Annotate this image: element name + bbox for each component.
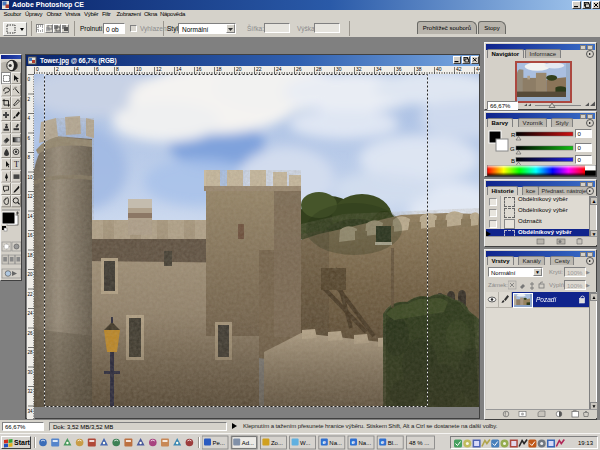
svg-text:10: 10 xyxy=(136,66,142,72)
svg-text:34: 34 xyxy=(28,409,34,414)
svg-text:Zo...: Zo... xyxy=(271,440,283,446)
svg-text:14: 14 xyxy=(176,66,182,72)
svg-text:38: 38 xyxy=(416,66,422,72)
svg-text:20: 20 xyxy=(236,66,242,72)
svg-text:Ad...: Ad... xyxy=(242,440,255,446)
svg-text:36: 36 xyxy=(396,66,402,72)
svg-text:G: G xyxy=(510,146,515,152)
svg-text:8: 8 xyxy=(116,66,119,72)
svg-text:4: 4 xyxy=(76,66,79,72)
svg-text:22: 22 xyxy=(28,292,34,297)
svg-text:12: 12 xyxy=(28,194,34,199)
svg-text:26: 26 xyxy=(28,331,34,336)
svg-text:26: 26 xyxy=(296,66,302,72)
svg-text:30: 30 xyxy=(336,66,342,72)
svg-text:28: 28 xyxy=(28,350,34,355)
svg-text:f: f xyxy=(505,411,507,417)
svg-text:Bl...: Bl... xyxy=(388,440,399,446)
svg-text:20: 20 xyxy=(28,272,34,277)
svg-text:16: 16 xyxy=(196,66,202,72)
svg-text:Pe...: Pe... xyxy=(213,440,226,446)
svg-text:30: 30 xyxy=(28,370,34,375)
svg-text:Na...: Na... xyxy=(329,440,342,446)
svg-text:R: R xyxy=(511,132,516,138)
svg-text:2: 2 xyxy=(56,66,59,72)
svg-text:B: B xyxy=(511,158,515,164)
svg-text:48 % ...: 48 % ... xyxy=(409,440,430,446)
svg-text:Na...: Na... xyxy=(359,440,372,446)
svg-text:10: 10 xyxy=(28,175,34,180)
svg-text:12: 12 xyxy=(156,66,162,72)
svg-text:18: 18 xyxy=(216,66,222,72)
svg-text:24: 24 xyxy=(276,66,282,72)
svg-text:0: 0 xyxy=(36,66,39,72)
svg-text:18: 18 xyxy=(28,253,34,258)
svg-text:T: T xyxy=(14,160,19,169)
svg-text:24: 24 xyxy=(28,311,34,316)
svg-text:22: 22 xyxy=(256,66,262,72)
svg-text:34: 34 xyxy=(376,66,382,72)
svg-text:42: 42 xyxy=(456,66,462,72)
svg-text:40: 40 xyxy=(436,66,442,72)
svg-text:32: 32 xyxy=(28,389,34,394)
svg-text:W...: W... xyxy=(300,440,311,446)
svg-text:28: 28 xyxy=(316,66,322,72)
svg-text:44: 44 xyxy=(476,66,480,72)
svg-text:6: 6 xyxy=(96,66,99,72)
svg-text:14: 14 xyxy=(28,214,34,219)
svg-text:16: 16 xyxy=(28,233,34,238)
svg-text:32: 32 xyxy=(356,66,362,72)
